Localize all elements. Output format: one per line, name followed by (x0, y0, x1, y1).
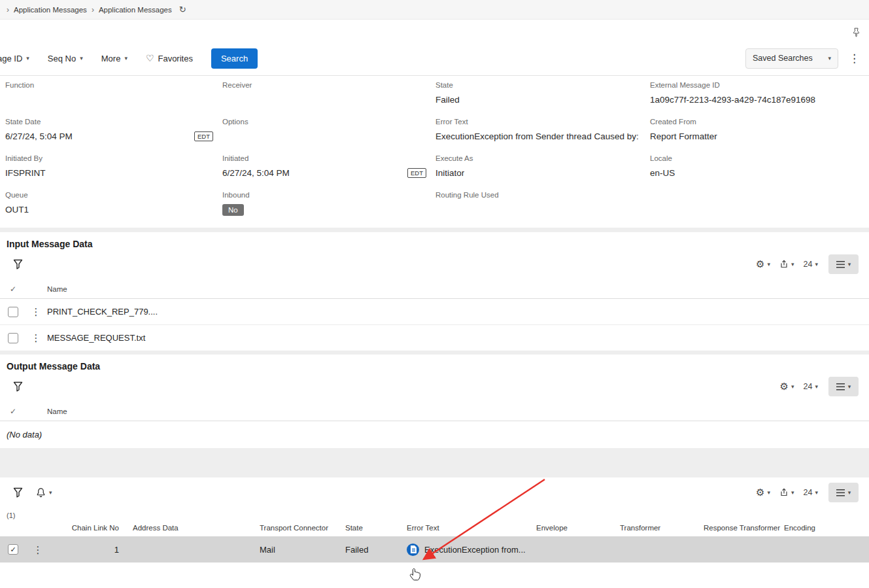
filter-icon[interactable] (13, 487, 23, 498)
column-header: Response Transformer (695, 524, 775, 532)
field-locale: Locale en-US (650, 154, 864, 179)
settings-dropdown[interactable]: ⚙ ▾ (756, 258, 770, 270)
error-detail-document-icon[interactable] (407, 544, 419, 556)
export-icon (779, 260, 789, 269)
view-toggle-button[interactable]: ▾ (828, 377, 859, 396)
chevron-down-icon: ▾ (815, 490, 818, 496)
cell-chain-link-no: 1 (50, 545, 124, 555)
field-label: Receiver (222, 81, 435, 89)
toolbar-kebab-menu[interactable]: ⋮ (849, 53, 860, 64)
field-label: Queue (5, 191, 222, 199)
table-row-selected[interactable]: ✓ ⋮ 1 Mail Failed ExecutionException fro… (0, 536, 869, 562)
row-name: MESSAGE_REQUEST.txt (46, 333, 869, 343)
field-receiver: Receiver (222, 81, 435, 106)
filter-field-seq-no[interactable]: Seq No ▾ (48, 54, 83, 63)
gear-icon: ⚙ (780, 381, 789, 392)
cell-transport-connector: Mail (251, 545, 337, 555)
chevron-down-icon: ▾ (768, 262, 771, 268)
select-all-check-icon[interactable]: ✓ (10, 407, 16, 416)
field-function: Function (5, 81, 222, 106)
chevron-down-icon: ▾ (791, 490, 794, 496)
filter-field-more[interactable]: More ▾ (101, 54, 128, 63)
chevron-down-icon: ▾ (815, 384, 818, 390)
chevron-down-icon: ▾ (848, 384, 851, 390)
notifications-dropdown[interactable]: ▾ (36, 487, 52, 498)
field-value: 6/27/24, 5:04 PM (222, 168, 290, 178)
field-external-message-id: External Message ID 1a09c77f-2213-4293-a… (650, 81, 864, 106)
row-kebab-menu[interactable]: ⋮ (31, 307, 41, 317)
field-value: 6/27/24, 5:04 PM (5, 131, 73, 141)
field-execute-as: Execute As Initiator (435, 154, 650, 179)
table-row[interactable]: ⋮ MESSAGE_REQUEST.txt (0, 325, 869, 351)
column-header: Transformer (611, 524, 695, 532)
breadcrumb-item-1[interactable]: Application Messages (14, 6, 87, 14)
export-dropdown[interactable]: ▾ (779, 488, 794, 497)
export-icon (779, 488, 789, 497)
row-kebab-menu[interactable]: ⋮ (31, 333, 41, 343)
table-row[interactable]: ⋮ PRINT_CHECK_REP_779.... (0, 299, 869, 325)
mouse-cursor-pointer (407, 567, 420, 583)
field-initiated: Initiated 6/27/24, 5:04 PM EDT (222, 154, 435, 179)
field-created-from: Created From Report Formatter (650, 118, 864, 143)
section-title: Input Message Data (0, 232, 869, 249)
saved-searches-select[interactable]: Saved Searches ▾ (745, 48, 838, 69)
refresh-icon[interactable]: ↻ (179, 5, 186, 14)
favorites-button[interactable]: ♡ Favorites (146, 53, 193, 63)
row-checkbox[interactable] (8, 333, 18, 343)
timezone-badge: EDT (407, 168, 426, 178)
field-routing-rule-used: Routing Rule Used (435, 191, 650, 216)
pin-icon[interactable] (853, 27, 860, 37)
search-button[interactable]: Search (211, 48, 258, 69)
filter-icon[interactable] (13, 259, 23, 269)
output-message-data-section: Output Message Data ⚙ ▾ 24 ▾ ▾ ✓ Name (N… (0, 355, 869, 449)
field-value: Report Formatter (650, 131, 717, 141)
breadcrumb-chevron-icon: › (92, 5, 94, 14)
bell-icon (36, 487, 46, 498)
saved-searches-label: Saved Searches (753, 54, 813, 63)
field-value: Failed (435, 95, 460, 105)
table-header: Chain Link No Address Data Transport Con… (0, 519, 869, 536)
row-checkbox-checked[interactable]: ✓ (8, 544, 18, 555)
page-size-dropdown[interactable]: 24 ▾ (804, 488, 818, 497)
page-size-value: 24 (804, 260, 813, 269)
page-size-dropdown[interactable]: 24 ▾ (804, 260, 818, 269)
export-dropdown[interactable]: ▾ (779, 260, 794, 269)
field-value: IFSPRINT (5, 168, 46, 178)
message-details-form: Function Receiver State Failed External … (0, 76, 869, 228)
chevron-down-icon: ▾ (80, 56, 83, 61)
filter-field-message-id[interactable]: age ID ▾ (0, 54, 29, 63)
column-header: Address Data (124, 524, 251, 532)
column-header: Encoding (775, 524, 869, 532)
field-value: ExecutionException from Sender thread Ca… (435, 131, 641, 141)
field-queue: Queue OUT1 (5, 191, 222, 216)
list-view-icon (836, 261, 845, 268)
page-size-dropdown[interactable]: 24 ▾ (804, 382, 818, 391)
heart-icon: ♡ (146, 53, 154, 63)
select-all-check-icon[interactable]: ✓ (10, 285, 16, 294)
field-label: Error Text (435, 118, 650, 126)
cell-error-text: ExecutionException from... (398, 544, 528, 556)
chevron-down-icon: ▾ (791, 262, 794, 268)
section-divider (0, 449, 869, 477)
view-toggle-button[interactable]: ▾ (828, 483, 859, 502)
table-header: ✓ Name (0, 402, 869, 421)
field-label: Function (5, 81, 222, 89)
breadcrumb-item-2[interactable]: Application Messages (99, 6, 172, 14)
field-state-date: State Date 6/27/24, 5:04 PM EDT (5, 118, 222, 143)
chevron-down-icon: ▾ (26, 56, 29, 61)
view-toggle-button[interactable]: ▾ (828, 254, 859, 274)
cell-address-data (124, 545, 251, 555)
row-checkbox[interactable] (8, 307, 18, 317)
gear-icon: ⚙ (756, 487, 764, 498)
error-text-value: ExecutionException from... (424, 545, 526, 555)
settings-dropdown[interactable]: ⚙ ▾ (780, 381, 794, 392)
field-value: en-US (650, 168, 675, 178)
row-kebab-menu[interactable]: ⋮ (33, 545, 43, 555)
chevron-down-icon: ▾ (828, 56, 831, 61)
field-label: Options (222, 118, 435, 126)
column-header: Error Text (398, 524, 528, 532)
field-label: Locale (650, 154, 864, 162)
column-header: Chain Link No (50, 524, 124, 532)
settings-dropdown[interactable]: ⚙ ▾ (756, 487, 770, 498)
filter-icon[interactable] (13, 381, 23, 392)
